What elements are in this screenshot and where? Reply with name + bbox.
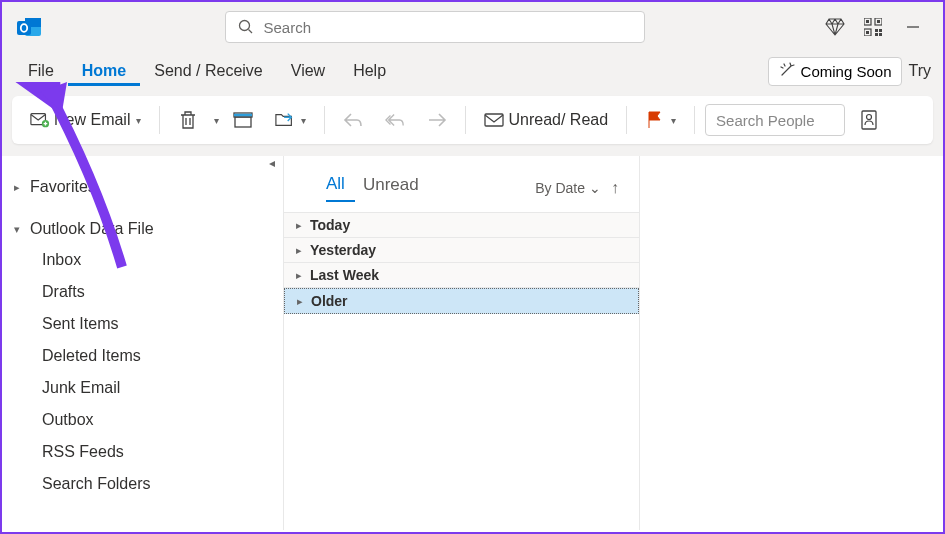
reply-all-button[interactable]: [377, 104, 413, 136]
flag-icon: [645, 110, 665, 130]
chevron-down-icon: ▾: [14, 223, 26, 236]
new-email-button[interactable]: New Email ▾: [22, 104, 149, 136]
move-button[interactable]: ▾: [267, 104, 314, 136]
svg-point-4: [239, 21, 249, 31]
chevron-down-icon: ▾: [301, 115, 306, 126]
svg-rect-20: [235, 117, 251, 127]
menu-view[interactable]: View: [277, 56, 339, 86]
ribbon-toolbar: New Email ▾ ▾ ▾: [12, 96, 933, 144]
search-input[interactable]: [264, 19, 634, 36]
svg-point-24: [867, 115, 872, 120]
group-older[interactable]: ▸ Older: [284, 288, 639, 314]
svg-rect-9: [877, 20, 880, 23]
search-icon: [236, 17, 256, 37]
favorites-header[interactable]: ▸ Favorites: [14, 172, 271, 202]
delete-button[interactable]: [170, 104, 206, 136]
group-yesterday[interactable]: ▸ Yesterday: [284, 238, 639, 263]
chevron-right-icon: ▸: [297, 295, 303, 308]
address-book-button[interactable]: [851, 104, 887, 136]
group-today[interactable]: ▸ Today: [284, 213, 639, 238]
group-last-week[interactable]: ▸ Last Week: [284, 263, 639, 288]
message-list-pane: All Unread By Date ⌄ ↑ ▸ Today ▸ Yesterd…: [284, 156, 640, 530]
chevron-down-icon: ▾: [671, 115, 676, 126]
move-folder-icon: [275, 110, 295, 130]
folder-inbox[interactable]: Inbox: [32, 244, 271, 276]
folder-sent-items[interactable]: Sent Items: [32, 308, 271, 340]
menu-help[interactable]: Help: [339, 56, 400, 86]
chevron-right-icon: ▸: [296, 219, 302, 232]
folder-deleted-items[interactable]: Deleted Items: [32, 340, 271, 372]
premium-diamond-icon[interactable]: [825, 17, 845, 37]
menu-send-receive[interactable]: Send / Receive: [140, 56, 277, 86]
coming-soon-button[interactable]: Coming Soon: [768, 57, 903, 86]
svg-rect-2: [17, 21, 31, 35]
tab-unread[interactable]: Unread: [363, 175, 429, 201]
address-book-icon: [859, 110, 879, 130]
menu-bar: File Home Send / Receive View Help Comin…: [2, 52, 943, 90]
try-label[interactable]: Try: [908, 62, 931, 80]
qr-grid-icon[interactable]: [863, 17, 883, 37]
chevron-down-icon[interactable]: ▾: [214, 115, 219, 126]
flag-button[interactable]: ▾: [637, 104, 684, 136]
title-bar: [2, 2, 943, 52]
svg-rect-14: [875, 33, 878, 36]
collapse-pane-icon[interactable]: ◂: [269, 156, 275, 170]
unread-read-button[interactable]: Unread/ Read: [476, 104, 616, 136]
reply-button[interactable]: [335, 104, 371, 136]
sort-by-date[interactable]: By Date ⌄: [535, 180, 601, 196]
reply-all-icon: [385, 110, 405, 130]
forward-button[interactable]: [419, 104, 455, 136]
search-box[interactable]: [225, 11, 645, 43]
svg-rect-15: [879, 29, 882, 32]
archive-icon: [233, 110, 253, 130]
reply-icon: [343, 110, 363, 130]
svg-rect-11: [866, 31, 869, 34]
chevron-right-icon: ▸: [296, 244, 302, 257]
minimize-button[interactable]: [901, 15, 925, 39]
folder-outbox[interactable]: Outbox: [32, 404, 271, 436]
archive-button[interactable]: [225, 104, 261, 136]
reading-pane: [640, 156, 943, 530]
menu-file[interactable]: File: [14, 56, 68, 86]
search-people-input[interactable]: Search People: [705, 104, 845, 136]
wand-icon: [779, 62, 795, 81]
outlook-data-file-header[interactable]: ▾ Outlook Data File: [14, 214, 271, 244]
svg-rect-7: [866, 20, 869, 23]
chevron-right-icon: ▸: [14, 181, 26, 194]
chevron-down-icon: ▾: [136, 115, 141, 126]
svg-line-5: [248, 30, 252, 34]
folder-pane: ◂ ▸ Favorites ▾ Outlook Data File Inbox …: [2, 156, 284, 530]
chevron-down-icon: ⌄: [589, 180, 601, 196]
folder-junk-email[interactable]: Junk Email: [32, 372, 271, 404]
menu-home[interactable]: Home: [68, 56, 140, 86]
forward-icon: [427, 110, 447, 130]
sort-direction-button[interactable]: ↑: [611, 179, 619, 197]
outlook-logo: [16, 13, 44, 41]
folder-drafts[interactable]: Drafts: [32, 276, 271, 308]
svg-rect-22: [485, 114, 503, 126]
tab-all[interactable]: All: [326, 174, 355, 202]
new-email-icon: [30, 110, 50, 130]
chevron-right-icon: ▸: [296, 269, 302, 282]
svg-rect-12: [875, 29, 878, 32]
svg-rect-13: [879, 33, 882, 36]
folder-search-folders[interactable]: Search Folders: [32, 468, 271, 500]
envelope-icon: [484, 110, 504, 130]
folder-rss-feeds[interactable]: RSS Feeds: [32, 436, 271, 468]
trash-icon: [178, 110, 198, 130]
